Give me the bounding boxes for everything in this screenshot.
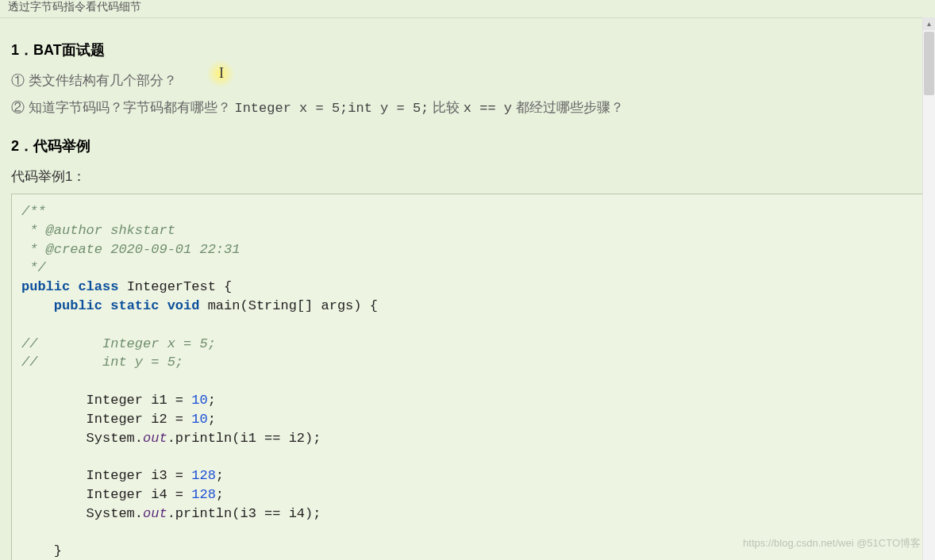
close-brace: }	[21, 543, 62, 558]
question-2: ② 知道字节码吗？字节码都有哪些？ Integer x = 5;int y = …	[11, 94, 924, 122]
kw-class: class	[78, 279, 118, 294]
line-print2-a: System.	[21, 506, 143, 521]
line-print1-b: .println(i1 == i2);	[167, 431, 321, 446]
doc-comment-1: /**	[21, 204, 46, 219]
class-name: IntegerTest	[127, 279, 216, 294]
line-i2-b: ;	[208, 412, 216, 427]
heading-1: 1．BAT面试题	[11, 40, 924, 59]
line-i4-a: Integer i4 =	[21, 487, 191, 502]
heading-2: 2．代码举例	[11, 136, 924, 155]
vertical-scrollbar[interactable]: ▴	[922, 17, 935, 560]
line-comment-2: // int y = 5;	[21, 355, 183, 370]
line-i4-b: ;	[216, 487, 224, 502]
kw-public-1: public	[21, 279, 70, 294]
q2-suffix: 都经过哪些步骤？	[516, 100, 624, 115]
scroll-up-button[interactable]: ▴	[923, 17, 935, 30]
doc-comment-4: */	[21, 260, 46, 275]
content-area: 1．BAT面试题 ① 类文件结构有几个部分？ ② 知道字节码吗？字节码都有哪些？…	[0, 18, 935, 560]
watermark: https://blog.csdn.net/wei @51CTO博客	[743, 536, 921, 550]
document-page: 透过字节码指令看代码细节 1．BAT面试题 ① 类文件结构有几个部分？ ② 知道…	[0, 0, 935, 560]
scroll-thumb[interactable]	[924, 32, 934, 95]
num-128-a: 128	[191, 468, 216, 483]
line-i1-b: ;	[208, 393, 216, 408]
kw-public-2: public	[54, 298, 102, 313]
field-out-1: out	[143, 431, 167, 446]
num-10-b: 10	[191, 412, 207, 427]
code-block: /** * @author shkstart * @create 2020-09…	[11, 194, 924, 560]
text-caret-icon: I	[219, 65, 224, 82]
line-comment-1: // Integer x = 5;	[21, 336, 216, 351]
example-label: 代码举例1：	[11, 163, 924, 190]
line-i3-a: Integer i3 =	[21, 468, 191, 483]
line-i1-a: Integer i1 =	[21, 393, 191, 408]
doc-comment-3: * @create 2020-09-01 22:31	[21, 242, 240, 257]
line-i3-b: ;	[216, 468, 224, 483]
q2-mid: 比较	[433, 100, 464, 115]
q2-compare: x == y	[464, 101, 512, 116]
num-10-a: 10	[191, 393, 207, 408]
line-print1-a: System.	[21, 431, 143, 446]
top-caption: 透过字节码指令看代码细节	[0, 0, 935, 18]
q2-code: Integer x = 5;int y = 5;	[234, 101, 429, 116]
line-i2-a: Integer i2 =	[21, 412, 191, 427]
main-sig: main(String[] args) {	[208, 298, 378, 313]
line-print2-b: .println(i3 == i4);	[167, 506, 321, 521]
doc-comment-2: * @author shkstart	[21, 223, 175, 238]
question-1: ① 类文件结构有几个部分？	[11, 67, 924, 94]
q2-prefix: ② 知道字节码吗？字节码都有哪些？	[11, 100, 231, 115]
num-128-b: 128	[191, 487, 216, 502]
field-out-2: out	[143, 506, 167, 521]
kw-static: static	[110, 298, 159, 313]
kw-void: void	[167, 298, 200, 313]
